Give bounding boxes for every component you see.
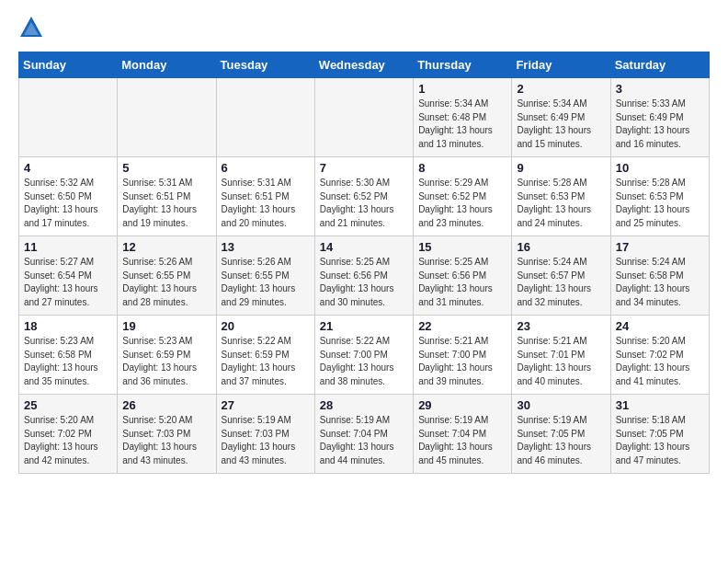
calendar-cell: 18Sunrise: 5:23 AM Sunset: 6:58 PM Dayli… (19, 316, 118, 395)
day-info: Sunrise: 5:24 AM Sunset: 6:57 PM Dayligh… (517, 257, 591, 307)
day-info: Sunrise: 5:31 AM Sunset: 6:51 PM Dayligh… (122, 178, 197, 228)
calendar-week-3: 11Sunrise: 5:27 AM Sunset: 6:54 PM Dayli… (19, 236, 710, 316)
day-number: 17 (616, 240, 704, 254)
weekday-header-thursday: Thursday (414, 52, 512, 78)
calendar-cell: 9Sunrise: 5:28 AM Sunset: 6:53 PM Daylig… (512, 157, 610, 236)
day-number: 10 (616, 161, 704, 175)
day-info: Sunrise: 5:20 AM Sunset: 7:02 PM Dayligh… (616, 336, 690, 386)
calendar-cell (216, 78, 314, 157)
weekday-header-tuesday: Tuesday (216, 52, 314, 78)
day-number: 19 (122, 319, 210, 333)
day-number: 30 (517, 398, 605, 412)
day-info: Sunrise: 5:34 AM Sunset: 6:48 PM Dayligh… (418, 98, 493, 149)
day-info: Sunrise: 5:34 AM Sunset: 6:49 PM Dayligh… (517, 98, 591, 149)
day-number: 18 (24, 319, 112, 333)
calendar-cell: 7Sunrise: 5:30 AM Sunset: 6:52 PM Daylig… (314, 157, 413, 236)
day-number: 3 (616, 82, 704, 96)
calendar-cell: 12Sunrise: 5:26 AM Sunset: 6:55 PM Dayli… (118, 236, 216, 316)
day-number: 8 (418, 161, 506, 175)
day-info: Sunrise: 5:23 AM Sunset: 6:58 PM Dayligh… (24, 336, 98, 386)
day-number: 27 (222, 398, 310, 412)
page: SundayMondayTuesdayWednesdayThursdayFrid… (0, 0, 728, 492)
calendar-cell: 10Sunrise: 5:28 AM Sunset: 6:53 PM Dayli… (610, 157, 709, 236)
day-number: 12 (122, 240, 210, 254)
day-info: Sunrise: 5:18 AM Sunset: 7:05 PM Dayligh… (616, 415, 690, 465)
calendar-week-4: 18Sunrise: 5:23 AM Sunset: 6:58 PM Dayli… (19, 316, 710, 395)
day-info: Sunrise: 5:24 AM Sunset: 6:58 PM Dayligh… (616, 257, 690, 307)
day-info: Sunrise: 5:22 AM Sunset: 7:00 PM Dayligh… (320, 336, 394, 386)
day-number: 2 (517, 82, 605, 96)
day-number: 29 (418, 398, 506, 412)
calendar-week-5: 25Sunrise: 5:20 AM Sunset: 7:02 PM Dayli… (19, 395, 710, 474)
weekday-header-wednesday: Wednesday (314, 52, 413, 78)
calendar-cell: 28Sunrise: 5:19 AM Sunset: 7:04 PM Dayli… (314, 395, 413, 474)
weekday-header-row: SundayMondayTuesdayWednesdayThursdayFrid… (19, 52, 710, 78)
day-number: 6 (222, 161, 310, 175)
calendar-cell: 5Sunrise: 5:31 AM Sunset: 6:51 PM Daylig… (118, 157, 216, 236)
weekday-header-friday: Friday (512, 52, 610, 78)
day-number: 5 (122, 161, 210, 175)
calendar-cell (314, 78, 413, 157)
day-info: Sunrise: 5:19 AM Sunset: 7:04 PM Dayligh… (418, 415, 493, 465)
day-number: 9 (517, 161, 605, 175)
day-number: 31 (616, 398, 704, 412)
day-number: 25 (24, 398, 112, 412)
day-number: 7 (320, 161, 408, 175)
calendar-cell: 19Sunrise: 5:23 AM Sunset: 6:59 PM Dayli… (118, 316, 216, 395)
day-info: Sunrise: 5:26 AM Sunset: 6:55 PM Dayligh… (122, 257, 197, 307)
day-info: Sunrise: 5:22 AM Sunset: 6:59 PM Dayligh… (222, 336, 296, 386)
day-number: 11 (24, 240, 112, 254)
logo-icon (18, 15, 44, 40)
day-info: Sunrise: 5:25 AM Sunset: 6:56 PM Dayligh… (320, 257, 394, 307)
calendar-cell: 23Sunrise: 5:21 AM Sunset: 7:01 PM Dayli… (512, 316, 610, 395)
calendar-cell: 14Sunrise: 5:25 AM Sunset: 6:56 PM Dayli… (314, 236, 413, 316)
day-info: Sunrise: 5:29 AM Sunset: 6:52 PM Dayligh… (418, 178, 493, 228)
calendar-cell: 16Sunrise: 5:24 AM Sunset: 6:57 PM Dayli… (512, 236, 610, 316)
day-info: Sunrise: 5:23 AM Sunset: 6:59 PM Dayligh… (122, 336, 197, 386)
calendar-cell: 20Sunrise: 5:22 AM Sunset: 6:59 PM Dayli… (216, 316, 314, 395)
weekday-header-saturday: Saturday (610, 52, 709, 78)
day-info: Sunrise: 5:28 AM Sunset: 6:53 PM Dayligh… (517, 178, 591, 228)
day-info: Sunrise: 5:19 AM Sunset: 7:04 PM Dayligh… (320, 415, 394, 465)
calendar-cell: 2Sunrise: 5:34 AM Sunset: 6:49 PM Daylig… (512, 78, 610, 157)
calendar-cell: 15Sunrise: 5:25 AM Sunset: 6:56 PM Dayli… (414, 236, 512, 316)
day-number: 20 (222, 319, 310, 333)
calendar-table: SundayMondayTuesdayWednesdayThursdayFrid… (18, 52, 710, 474)
day-info: Sunrise: 5:33 AM Sunset: 6:49 PM Dayligh… (616, 98, 690, 149)
header (18, 15, 710, 40)
day-number: 4 (24, 161, 112, 175)
day-info: Sunrise: 5:25 AM Sunset: 6:56 PM Dayligh… (418, 257, 493, 307)
day-number: 13 (222, 240, 310, 254)
calendar-week-2: 4Sunrise: 5:32 AM Sunset: 6:50 PM Daylig… (19, 157, 710, 236)
calendar-cell: 29Sunrise: 5:19 AM Sunset: 7:04 PM Dayli… (414, 395, 512, 474)
calendar-cell: 8Sunrise: 5:29 AM Sunset: 6:52 PM Daylig… (414, 157, 512, 236)
day-number: 22 (418, 319, 506, 333)
day-number: 23 (517, 319, 605, 333)
calendar-cell: 30Sunrise: 5:19 AM Sunset: 7:05 PM Dayli… (512, 395, 610, 474)
calendar-cell: 17Sunrise: 5:24 AM Sunset: 6:58 PM Dayli… (610, 236, 709, 316)
calendar-cell: 21Sunrise: 5:22 AM Sunset: 7:00 PM Dayli… (314, 316, 413, 395)
day-info: Sunrise: 5:19 AM Sunset: 7:05 PM Dayligh… (517, 415, 591, 465)
day-info: Sunrise: 5:21 AM Sunset: 7:00 PM Dayligh… (418, 336, 493, 386)
calendar-cell: 22Sunrise: 5:21 AM Sunset: 7:00 PM Dayli… (414, 316, 512, 395)
day-info: Sunrise: 5:28 AM Sunset: 6:53 PM Dayligh… (616, 178, 690, 228)
day-info: Sunrise: 5:30 AM Sunset: 6:52 PM Dayligh… (320, 178, 394, 228)
calendar-cell: 31Sunrise: 5:18 AM Sunset: 7:05 PM Dayli… (610, 395, 709, 474)
calendar-cell: 27Sunrise: 5:19 AM Sunset: 7:03 PM Dayli… (216, 395, 314, 474)
calendar-cell: 1Sunrise: 5:34 AM Sunset: 6:48 PM Daylig… (414, 78, 512, 157)
day-number: 1 (418, 82, 506, 96)
day-number: 14 (320, 240, 408, 254)
calendar-cell: 24Sunrise: 5:20 AM Sunset: 7:02 PM Dayli… (610, 316, 709, 395)
day-info: Sunrise: 5:31 AM Sunset: 6:51 PM Dayligh… (222, 178, 296, 228)
calendar-week-1: 1Sunrise: 5:34 AM Sunset: 6:48 PM Daylig… (19, 78, 710, 157)
day-info: Sunrise: 5:19 AM Sunset: 7:03 PM Dayligh… (222, 415, 296, 465)
day-info: Sunrise: 5:32 AM Sunset: 6:50 PM Dayligh… (24, 178, 98, 228)
day-info: Sunrise: 5:20 AM Sunset: 7:03 PM Dayligh… (122, 415, 197, 465)
day-info: Sunrise: 5:20 AM Sunset: 7:02 PM Dayligh… (24, 415, 98, 465)
weekday-header-sunday: Sunday (19, 52, 118, 78)
day-number: 24 (616, 319, 704, 333)
day-number: 21 (320, 319, 408, 333)
calendar-cell: 25Sunrise: 5:20 AM Sunset: 7:02 PM Dayli… (19, 395, 118, 474)
calendar-cell (19, 78, 118, 157)
day-info: Sunrise: 5:27 AM Sunset: 6:54 PM Dayligh… (24, 257, 98, 307)
